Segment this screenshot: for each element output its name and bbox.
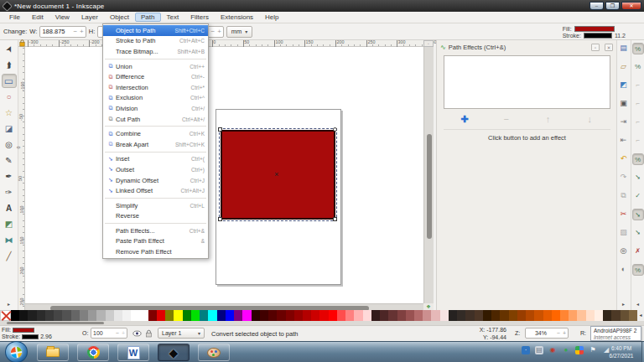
undo-icon[interactable]: ↶ (618, 153, 629, 164)
menu-edit[interactable]: Edit (26, 13, 49, 22)
palette-swatch[interactable] (491, 310, 500, 321)
palette-swatch[interactable] (595, 310, 603, 321)
menu-item-object-to-path[interactable]: Object to PathShift+Ctrl+C (103, 25, 208, 36)
palette-swatch[interactable] (457, 310, 465, 321)
menu-item-union[interactable]: ⧉UnionCtrl++ (103, 61, 208, 72)
snap-master-toggle[interactable]: % (632, 43, 644, 54)
palette-swatch[interactable] (217, 310, 226, 321)
palette-swatch[interactable] (406, 310, 414, 321)
pen-tool-icon[interactable]: ✑ (2, 185, 17, 199)
tray-drive-icon[interactable] (575, 346, 584, 354)
effect-list[interactable] (444, 55, 610, 109)
palette-swatch[interactable] (286, 310, 294, 321)
menu-item-outset[interactable]: ➘OutsetCtrl+) (103, 164, 208, 175)
width-minus-button[interactable]: − (73, 28, 77, 35)
palette-swatch[interactable] (148, 310, 157, 321)
box3d-tool-icon[interactable]: ◪ (2, 122, 17, 136)
palette-swatch[interactable] (165, 310, 174, 321)
menu-layer[interactable]: Layer (75, 13, 104, 22)
calligraphy-tool-icon[interactable]: ✒ (2, 169, 17, 184)
tray-clipboard-icon[interactable]: ▤ (535, 346, 543, 354)
palette-swatch[interactable] (483, 310, 491, 321)
selector-tool-icon[interactable]: ➤ (0, 39, 18, 59)
taskbar-inkscape-button[interactable]: ◆ (158, 344, 190, 361)
taskbar-clock[interactable]: 6:40 PM 6/27/2021 (602, 344, 641, 359)
palette-swatch[interactable] (560, 310, 569, 321)
palette-swatch[interactable] (226, 310, 234, 321)
snap-overflow-arrow[interactable]: ◂ (636, 301, 639, 307)
text-tool-icon[interactable]: A (2, 201, 17, 215)
palette-swatch[interactable] (122, 310, 131, 321)
snap-bbox-edge-toggle[interactable]: ⌐ (632, 80, 644, 91)
palette-swatch[interactable] (106, 310, 114, 321)
palette-swatch[interactable] (543, 310, 552, 321)
connector-tool-icon[interactable]: ⧓ (2, 233, 17, 247)
toolbox-overflow-arrow[interactable]: ▸ (8, 301, 10, 307)
palette-swatch[interactable] (319, 310, 328, 321)
menu-item-intersection[interactable]: ⧉IntersectionCtrl+* (103, 82, 208, 93)
snap-others-toggle[interactable]: % (632, 264, 644, 276)
menu-item-simplify[interactable]: SimplifyCtrl+L (103, 200, 208, 211)
palette-swatch[interactable] (191, 310, 200, 321)
menu-item-stroke-to-path[interactable]: Stroke to PathCtrl+Alt+C (103, 36, 208, 47)
menu-item-trace-bitmap[interactable]: Trace Bitmap...Shift+Alt+B (103, 46, 208, 57)
palette-swatch[interactable] (345, 310, 354, 321)
menu-extensions[interactable]: Extensions (215, 13, 259, 22)
palette-swatch[interactable] (234, 310, 242, 321)
snap-bbox-center-toggle[interactable]: ⌐ (632, 135, 644, 147)
taskbar-chrome-button[interactable] (77, 344, 109, 361)
menu-item-division[interactable]: ⧉DivisionCtrl+/ (103, 103, 208, 114)
move-effect-up-button[interactable]: ↑ (527, 112, 569, 127)
palette-swatch[interactable] (475, 310, 483, 321)
snap-node-smooth-toggle[interactable]: ➘ (632, 227, 644, 239)
add-effect-button[interactable]: ✚ (444, 112, 486, 127)
statusbar-fill-swatch[interactable] (13, 328, 34, 333)
palette-swatch[interactable] (388, 310, 397, 321)
palette-scroll-arrow[interactable]: ◂ (637, 310, 644, 321)
open-file-icon[interactable]: ▱ (618, 61, 629, 72)
menu-item-break-apart[interactable]: ⧉Break ApartShift+Ctrl+K (103, 139, 208, 150)
palette-swatch[interactable] (440, 310, 449, 321)
palette-swatch[interactable] (11, 310, 19, 321)
palette-swatch[interactable] (611, 310, 620, 321)
palette-swatch[interactable] (140, 310, 148, 321)
palette-swatch[interactable] (577, 310, 585, 321)
palette-swatch[interactable] (329, 310, 337, 321)
palette-swatch[interactable] (37, 310, 45, 321)
width-plus-button[interactable]: + (80, 28, 84, 35)
zoom-icon[interactable]: ◎ (618, 246, 629, 256)
dialog-icon[interactable]: ◐ (618, 264, 629, 275)
iconify-panel-button[interactable]: ▫ (591, 44, 600, 51)
stroke-color-swatch[interactable] (584, 33, 612, 39)
palette-swatch[interactable] (71, 310, 80, 321)
selection-handle-top-right[interactable] (333, 127, 337, 132)
palette-swatch[interactable] (534, 310, 543, 321)
star-tool-icon[interactable]: ☆ (2, 106, 17, 120)
palette-swatch[interactable] (277, 310, 285, 321)
taskbar-explorer-button[interactable] (37, 344, 69, 361)
layer-selector-dropdown[interactable]: Layer 1 ▾ (158, 328, 205, 339)
palette-swatch[interactable] (423, 310, 431, 321)
palette-swatch[interactable] (208, 310, 216, 321)
restore-button[interactable]: ❐ (605, 2, 620, 10)
palette-swatch[interactable] (354, 310, 362, 321)
copy-icon[interactable]: ⧉ (618, 190, 629, 201)
menu-item-exclusion[interactable]: ⧉ExclusionCtrl+^ (103, 93, 208, 104)
layer-lock-icon[interactable] (144, 329, 153, 338)
snap-path-intersection-toggle[interactable]: ✓ (632, 190, 644, 202)
palette-swatch[interactable] (131, 310, 139, 321)
palette-swatch[interactable] (174, 310, 182, 321)
palette-swatch[interactable] (371, 310, 380, 321)
opacity-spinbox[interactable]: 100 − + (91, 328, 127, 339)
palette-swatch[interactable] (88, 310, 96, 321)
vertical-scrollbar[interactable] (423, 47, 434, 303)
cut-icon[interactable]: ✂ (618, 209, 629, 220)
menu-item-combine[interactable]: ⧉CombineCtrl+K (103, 128, 208, 139)
palette-swatch[interactable] (380, 310, 388, 321)
commands-overflow-arrow[interactable]: ▸ (622, 301, 625, 307)
horizontal-ruler[interactable]: -300-250-200-150-100-5005010015020025030… (18, 40, 434, 47)
move-effect-down-button[interactable]: ↓ (569, 112, 610, 127)
gradient-tool-icon[interactable]: ◩ (2, 217, 17, 231)
palette-swatch[interactable] (337, 310, 345, 321)
palette-swatch[interactable] (552, 310, 560, 321)
